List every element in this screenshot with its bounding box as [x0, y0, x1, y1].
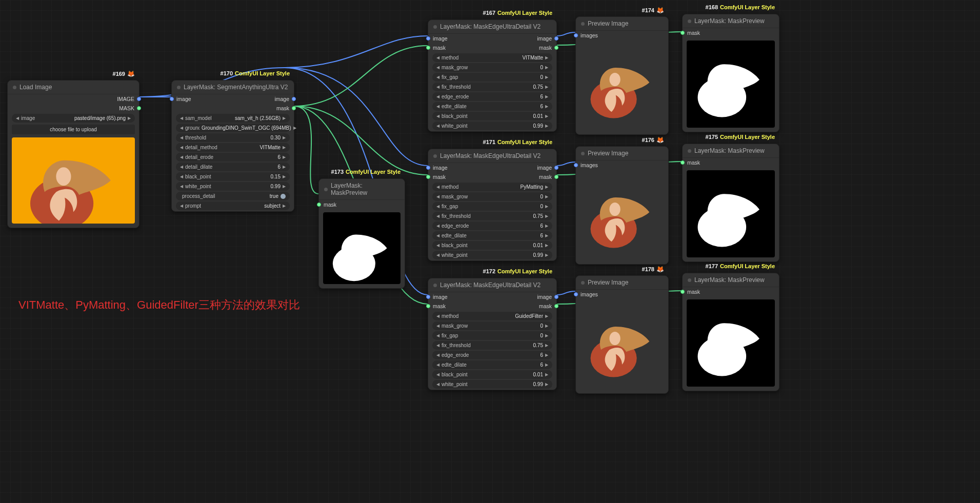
node-segment-anything-ultra[interactable]: #170 ComfyUI Layer Style LayerMask: Segm… — [171, 80, 294, 212]
preview-image — [580, 302, 664, 389]
mask-preview-image — [687, 299, 775, 387]
fox-icon: 🦊 — [656, 266, 664, 273]
port-image-out[interactable] — [554, 166, 558, 170]
node-title: Preview Image — [588, 279, 628, 286]
widget-white_point[interactable]: ◀white_point0.99▶ — [432, 122, 552, 130]
node-mask-edge-171[interactable]: #171 ComfyUI Layer Style LayerMask: Mask… — [428, 149, 557, 261]
port-mask-in[interactable] — [426, 304, 430, 308]
widget-method[interactable]: ◀methodPyMatting▶ — [432, 183, 552, 191]
widget-edte_dilate[interactable]: ◀edte_dilate6▶ — [432, 360, 552, 369]
node-id-badge: #174🦊 — [642, 7, 664, 14]
node-mask-preview-center[interactable]: #173 ComfyUI Layer Style LayerMask: Mask… — [318, 178, 405, 289]
widget-edge_erode[interactable]: ◀edge_erode6▶ — [432, 351, 552, 359]
widget-detail_method[interactable]: ◀detail_methodVITMatte▶ — [176, 143, 290, 152]
widget-method[interactable]: ◀methodVITMatte▶ — [432, 53, 552, 62]
port-mask-in[interactable] — [317, 203, 321, 207]
widget-fix_threshold[interactable]: ◀fix_threshold0.75▶ — [432, 83, 552, 91]
port-images-in[interactable] — [574, 163, 578, 167]
widget-black_point[interactable]: ◀black_point0.01▶ — [432, 112, 552, 120]
node-mask-edge-172[interactable]: #172 ComfyUI Layer Style LayerMask: Mask… — [428, 278, 557, 390]
widget-detail_dilate[interactable]: ◀detail_dilate6▶ — [176, 163, 290, 171]
port-mask-in[interactable] — [681, 290, 685, 294]
node-id-badge: #171 ComfyUI Layer Style — [483, 139, 552, 145]
widget-threshold[interactable]: ◀threshold0.30▶ — [176, 133, 290, 142]
widget-black_point[interactable]: ◀black_point0.15▶ — [176, 172, 290, 181]
widget-black_point[interactable]: ◀black_point0.01▶ — [432, 370, 552, 379]
preview-image — [580, 43, 664, 130]
widget-fix_threshold[interactable]: ◀fix_threshold0.75▶ — [432, 341, 552, 350]
widget-edte_dilate[interactable]: ◀edte_dilate6▶ — [432, 102, 552, 111]
node-title: LayerMask: MaskPreview — [331, 182, 399, 196]
preview-image — [580, 173, 664, 260]
node-preview-174[interactable]: #174🦊 Preview Image images — [575, 16, 669, 135]
widget-black_point[interactable]: ◀black_point0.01▶ — [432, 241, 552, 250]
widget-sam_model[interactable]: ◀sam_modelsam_vit_h (2.56GB)▶ — [176, 114, 290, 123]
node-preview-176[interactable]: #176🦊 Preview Image images — [575, 146, 669, 265]
node-id-badge: #177 ComfyUI Layer Style — [706, 263, 775, 269]
widget-edte_dilate[interactable]: ◀edte_dilate6▶ — [432, 231, 552, 240]
port-mask-in[interactable] — [681, 160, 685, 165]
port-image-in[interactable] — [426, 295, 430, 299]
mask-preview-image — [687, 170, 775, 257]
node-id-badge: #176🦊 — [642, 136, 664, 144]
widget-process_detail[interactable]: process_detailtrue — [176, 192, 290, 200]
port-image-out[interactable] — [554, 295, 558, 299]
widget-mask_grow[interactable]: ◀mask_grow0▶ — [432, 192, 552, 201]
port-mask-out[interactable] — [554, 46, 558, 50]
node-mask-edge-167[interactable]: #167 ComfyUI Layer Style LayerMask: Mask… — [428, 19, 557, 132]
node-mask-preview-177[interactable]: #177 ComfyUI Layer Style LayerMask: Mask… — [682, 273, 779, 391]
port-mask-in[interactable] — [681, 31, 685, 35]
node-preview-178[interactable]: #178🦊 Preview Image images — [575, 275, 669, 394]
port-mask-out[interactable] — [554, 304, 558, 308]
widget-fix_gap[interactable]: ◀fix_gap0▶ — [432, 202, 552, 211]
port-mask-out[interactable] — [292, 106, 296, 110]
port-mask-in[interactable] — [426, 175, 430, 179]
fox-icon: 🦊 — [656, 136, 664, 144]
widget-image-file[interactable]: ◀imagepasted/image (65).png▶ — [12, 114, 135, 123]
node-mask-preview-168[interactable]: #168 ComfyUI Layer Style LayerMask: Mask… — [682, 14, 779, 132]
port-image-out[interactable] — [137, 97, 141, 101]
mask-preview-image — [687, 41, 775, 128]
widget-fix_threshold[interactable]: ◀fix_threshold0.75▶ — [432, 212, 552, 220]
node-title: Preview Image — [588, 150, 628, 157]
widget-edge_erode[interactable]: ◀edge_erode6▶ — [432, 222, 552, 230]
node-title: LayerMask: SegmentAnythingUltra V2 — [184, 84, 288, 91]
node-mask-preview-175[interactable]: #175 ComfyUI Layer Style LayerMask: Mask… — [682, 144, 779, 262]
port-image-out[interactable] — [554, 36, 558, 41]
node-id-badge: #167 ComfyUI Layer Style — [483, 10, 552, 16]
widget-fix_gap[interactable]: ◀fix_gap0▶ — [432, 73, 552, 82]
widget-grounding_dino_model[interactable]: ◀grounding_dino_modelGroundingDINO_SwinT… — [176, 124, 290, 132]
node-id-badge: #173 ComfyUI Layer Style — [331, 169, 401, 175]
widget-fix_gap[interactable]: ◀fix_gap0▶ — [432, 331, 552, 340]
widget-edge_erode[interactable]: ◀edge_erode6▶ — [432, 92, 552, 101]
node-id-badge: #175 ComfyUI Layer Style — [706, 134, 775, 140]
fox-icon: 🦊 — [127, 70, 135, 77]
node-title: Load Image — [19, 84, 52, 91]
port-image-in[interactable] — [170, 97, 174, 101]
widget-prompt[interactable]: ◀promptsubject▶ — [176, 202, 290, 210]
port-image-out[interactable] — [292, 97, 296, 101]
upload-button[interactable]: choose file to upload — [12, 125, 135, 134]
port-images-in[interactable] — [574, 33, 578, 37]
widget-detail_erode[interactable]: ◀detail_erode6▶ — [176, 153, 290, 162]
loaded-image-preview — [12, 137, 135, 224]
widget-mask_grow[interactable]: ◀mask_grow0▶ — [432, 321, 552, 330]
node-title: LayerMask: MaskPreview — [694, 17, 765, 25]
mask-preview-image — [323, 212, 401, 284]
node-id-badge: #169🦊 — [113, 70, 135, 77]
widget-white_point[interactable]: ◀white_point0.99▶ — [432, 380, 552, 389]
port-mask-out[interactable] — [554, 175, 558, 179]
port-mask-out[interactable] — [137, 106, 141, 110]
annotation-text: VITMatte、PyMatting、GuidedFilter三种方法的效果对比 — [18, 297, 300, 313]
port-images-in[interactable] — [574, 292, 578, 296]
widget-white_point[interactable]: ◀white_point0.99▶ — [176, 182, 290, 191]
port-image-in[interactable] — [426, 166, 430, 170]
widget-mask_grow[interactable]: ◀mask_grow0▶ — [432, 63, 552, 72]
node-id-badge: #168 ComfyUI Layer Style — [706, 4, 775, 10]
node-title: LayerMask: MaskEdgeUltraDetail V2 — [440, 152, 541, 159]
widget-white_point[interactable]: ◀white_point0.99▶ — [432, 251, 552, 259]
port-image-in[interactable] — [426, 36, 430, 41]
node-load-image[interactable]: #169🦊 Load Image IMAGE MASK ◀imagepasted… — [7, 80, 139, 228]
port-mask-in[interactable] — [426, 46, 430, 50]
widget-method[interactable]: ◀methodGuidedFilter▶ — [432, 312, 552, 320]
